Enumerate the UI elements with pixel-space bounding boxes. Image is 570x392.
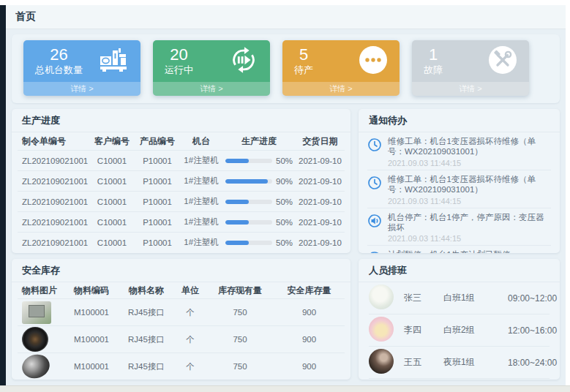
detail-link[interactable]: 详情 > (412, 82, 529, 96)
inventory-table: 物料图片 物料编码 物料名称 单位 库存现有量 安全库存量 M100001 RJ… (12, 282, 350, 380)
speaker-icon (367, 251, 382, 253)
stat-card-fault[interactable]: 1 故障 (412, 40, 529, 96)
progress-bar: 50% (222, 238, 296, 247)
cycle-icon (228, 45, 259, 78)
stat-label: 运行中 (165, 64, 193, 77)
detail-link[interactable]: 详情 > (23, 82, 140, 96)
table-row: ZL202109021001 C10001 P10001 1#注塑机 50% 2… (18, 150, 345, 170)
stat-value: 5 (294, 45, 313, 64)
schedule-row: 王五 夜班1组 18:00~24:00 (369, 347, 550, 379)
panel-title: 安全库存 (12, 259, 350, 282)
shift-time: 09:00~12:00 (508, 293, 557, 304)
rj45-image (22, 301, 51, 324)
machine-icon (99, 47, 130, 76)
person-name: 李四 (404, 324, 443, 336)
progress-bar: 50% (222, 157, 296, 165)
shift-label: 白班2组 (443, 324, 508, 336)
table-row: M100001 RJ45接口 个 750 900 (18, 325, 345, 353)
notification-item[interactable]: 机台停产：机台1停产，停产原因：变压器损坏 2021.09.03 11:44:1… (367, 208, 551, 246)
notification-time: 2021.09.03 11:44:15 (388, 197, 551, 206)
table-row: M100001 RJ45接口 个 750 900 (18, 298, 345, 325)
detail-link[interactable]: 详情 > (282, 82, 400, 96)
stat-label: 故障 (424, 64, 443, 77)
shift-time: 12:00~16:00 (508, 325, 557, 336)
production-table: 制令单编号 客户编号 产品编号 机台 生产进度 交货日期 ZL202109021… (12, 132, 350, 252)
panel-title: 生产进度 (12, 109, 350, 132)
card-body: 26 总机台数量 (23, 40, 140, 82)
table-row: M100001 RJ45接口 个 750 900 (18, 353, 345, 380)
notifications-panel: 通知待办 维修工单：机台1变压器损坏待维修（单号：WX202109031001） (359, 109, 560, 253)
card-body: 5 待产 (282, 40, 400, 82)
detail-link[interactable]: 详情 > (153, 82, 270, 96)
cone-speaker-image (19, 351, 53, 380)
stat-cards-panel: 26 总机台数量 (12, 34, 560, 103)
tools-icon (487, 45, 518, 78)
notification-item[interactable]: 维修工单：机台1变压器损坏待维修（单号：WX202109031001） 2021… (367, 170, 551, 208)
horizontal-scrollbar-track[interactable] (0, 385, 570, 392)
stat-value: 26 (35, 45, 83, 64)
schedule-row: 张三 白班1组 09:00~12:00 (369, 282, 550, 314)
notification-item[interactable]: 维修工单：机台1变压器损坏待维修（单号：WX202109031001） 2021… (367, 132, 551, 170)
table-row: ZL202109021001 C10001 P10001 1#注塑机 50% 2… (18, 232, 345, 252)
page-header: 首页 (6, 5, 566, 29)
progress-bar: 50% (222, 197, 296, 206)
schedule-row: 李四 白班2组 12:00~16:00 (369, 314, 550, 347)
panel-title: 通知待办 (359, 109, 560, 132)
person-name: 张三 (404, 292, 443, 304)
notification-text: 机台停产：机台1停产，停产原因：变压器损坏 (388, 212, 551, 233)
stat-label: 待产 (294, 64, 313, 77)
avatar (369, 284, 394, 309)
schedule-list: 张三 白班1组 09:00~12:00 李四 白班2组 12:00~16:00 (359, 282, 560, 379)
schedule-panel: 人员排班 张三 白班1组 09:00~12:00 李四 白班2组 1 (359, 259, 560, 380)
avatar (369, 349, 394, 374)
table-row: ZL202109021001 C10001 P10001 1#注塑机 50% 2… (18, 191, 345, 211)
stat-value: 20 (165, 45, 193, 64)
shift-label: 白班1组 (443, 292, 508, 304)
stat-card-waiting[interactable]: 5 待产 详情 > (282, 40, 400, 96)
shift-time: 18:00~24:00 (508, 358, 557, 368)
speaker-icon (367, 214, 382, 228)
notification-text: 计划暂停：机台1生产计划已暂停 (388, 249, 510, 253)
main-area: 首页 26 总机台数量 (6, 5, 566, 385)
card-body: 20 运行中 (153, 40, 270, 82)
table-header-row: 物料图片 物料编码 物料名称 单位 库存现有量 安全库存量 (18, 282, 345, 298)
round-speaker-image (22, 327, 48, 352)
avatar (369, 317, 394, 342)
ellipsis-icon (358, 45, 389, 78)
person-name: 王五 (404, 356, 443, 369)
notification-list: 维修工单：机台1变压器损坏待维修（单号：WX202109031001） 2021… (359, 132, 560, 253)
notification-text: 维修工单：机台1变压器损坏待维修（单号：WX202109031001） (388, 174, 551, 195)
clock-icon (367, 176, 382, 190)
clock-icon (367, 137, 382, 152)
content-area: 26 总机台数量 (6, 29, 566, 380)
progress-bar: 90% (222, 177, 296, 186)
stat-label: 总机台数量 (35, 64, 83, 77)
stat-value: 1 (424, 45, 443, 64)
sidebar-edge (0, 5, 6, 385)
stat-card-total-machines[interactable]: 26 总机台数量 (23, 40, 140, 96)
table-header-row: 制令单编号 客户编号 产品编号 机台 生产进度 交货日期 (18, 132, 345, 150)
shift-label: 夜班1组 (443, 356, 508, 369)
progress-bar: 50% (222, 218, 296, 227)
notification-time: 2021.09.03 11:44:15 (388, 234, 551, 243)
notification-item[interactable]: 计划暂停：机台1生产计划已暂停 2021.09.03 11:44:15 (367, 246, 551, 253)
dashboard-screen: 首页 26 总机台数量 (0, 0, 570, 392)
card-body: 1 故障 (412, 40, 529, 82)
inventory-panel: 安全库存 物料图片 物料编码 物料名称 单位 库存现有量 安全库存量 M (12, 259, 350, 380)
table-row: ZL202109021001 C10001 P10001 1#注塑机 90% 2… (18, 170, 345, 191)
panel-title: 人员排班 (359, 259, 560, 282)
stat-card-running[interactable]: 20 运行中 (153, 40, 270, 96)
table-row: ZL202109021001 C10001 P10001 1#注塑机 50% 2… (18, 211, 345, 232)
production-panel: 生产进度 制令单编号 客户编号 产品编号 机台 生产进度 交货日期 ZL2021… (12, 109, 350, 253)
notification-text: 维修工单：机台1变压器损坏待维修（单号：WX202109031001） (388, 136, 551, 157)
page-title: 首页 (15, 10, 36, 23)
notification-time: 2021.09.03 11:44:15 (388, 159, 551, 167)
